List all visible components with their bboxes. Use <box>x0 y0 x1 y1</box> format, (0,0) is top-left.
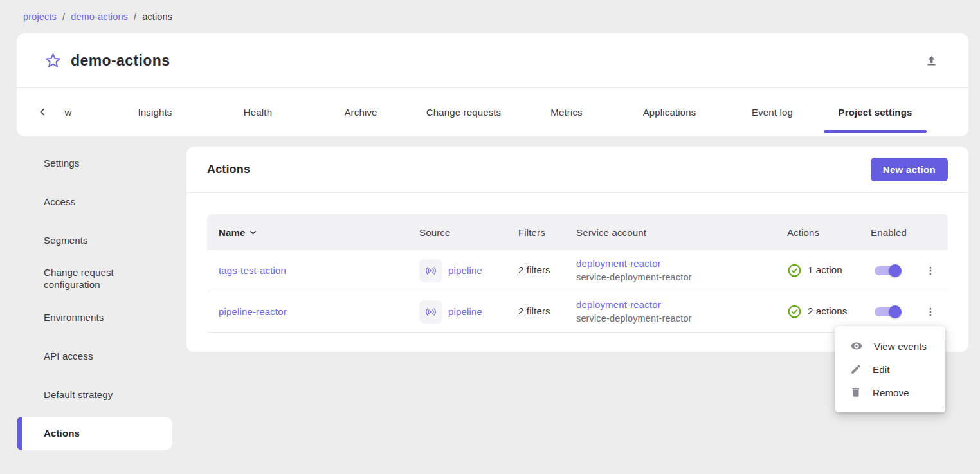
tab-overview-partial[interactable]: w <box>55 88 81 136</box>
star-icon <box>44 52 62 69</box>
menu-item-label: Remove <box>873 387 909 398</box>
tab-label: Applications <box>643 107 696 118</box>
actions-panel-header: Actions New action <box>186 147 968 193</box>
project-header: demo-actions <box>17 33 968 88</box>
tab-event-log[interactable]: Event log <box>721 88 824 136</box>
eye-icon <box>850 340 863 352</box>
sidebar-item-api-access[interactable]: API access <box>17 337 172 376</box>
tab-metrics[interactable]: Metrics <box>515 88 618 136</box>
filters-count[interactable]: 2 filters <box>518 305 550 318</box>
row-menu-button[interactable] <box>919 300 942 324</box>
row-menu-button[interactable] <box>919 259 942 282</box>
actions-count[interactable]: 1 action <box>808 264 842 277</box>
column-label: Name <box>219 227 245 238</box>
column-header-actions: Actions <box>782 227 862 238</box>
tab-label: Metrics <box>550 107 582 118</box>
tab-archive[interactable]: Archive <box>309 88 412 136</box>
page-title: demo-actions <box>71 52 170 69</box>
service-account-link[interactable]: deployment-reactor <box>576 258 782 270</box>
sidebar-item-environments[interactable]: Environments <box>17 298 172 337</box>
panel-title: Actions <box>207 163 250 176</box>
breadcrumb-demo-actions[interactable]: demo-actions <box>71 12 128 22</box>
sidebar-item-change-request-configuration[interactable]: Change request configuration <box>17 260 172 298</box>
active-item-bar <box>17 417 22 450</box>
breadcrumb: projects / demo-actions / actions <box>23 12 172 22</box>
source-link[interactable]: pipeline <box>448 265 482 276</box>
tab-insights[interactable]: Insights <box>104 88 206 136</box>
sidebar-item-label: Actions <box>44 428 80 440</box>
menu-item-view-events[interactable]: View events <box>835 334 945 358</box>
project-header-card: demo-actions w Insights Health Archive C… <box>17 33 968 136</box>
breadcrumb-projects[interactable]: projects <box>23 12 57 22</box>
table-row: tags-test-action pipeline 2 filters depl… <box>207 250 948 291</box>
tab-project-settings[interactable]: Project settings <box>824 88 927 136</box>
tab-label: Change requests <box>426 107 502 118</box>
check-circle-icon <box>787 304 802 319</box>
export-button[interactable] <box>921 50 941 71</box>
action-name-link[interactable]: tags-test-action <box>219 265 286 276</box>
toggle-thumb <box>889 305 902 318</box>
signal-icon <box>419 259 442 282</box>
kebab-icon <box>925 265 936 277</box>
tab-label: Insights <box>138 107 172 118</box>
column-header-service-account: Service account <box>576 227 782 238</box>
breadcrumb-actions: actions <box>142 12 172 22</box>
tab-applications[interactable]: Applications <box>618 88 721 136</box>
settings-sidebar: Settings Access Segments Change request … <box>17 144 172 453</box>
actions-table: Name Source Filters Service account Acti… <box>207 214 948 333</box>
column-header-enabled: Enabled <box>862 227 913 238</box>
active-tab-indicator <box>824 130 927 133</box>
column-header-filters: Filters <box>518 227 576 238</box>
breadcrumb-separator: / <box>134 12 136 22</box>
menu-item-label: View events <box>874 341 927 352</box>
sidebar-item-access[interactable]: Access <box>17 183 172 221</box>
breadcrumb-separator: / <box>62 12 65 22</box>
enabled-toggle[interactable] <box>873 304 903 320</box>
new-action-button[interactable]: New action <box>871 158 948 181</box>
kebab-icon <box>925 306 936 318</box>
sidebar-item-settings[interactable]: Settings <box>17 144 172 183</box>
sidebar-item-segments[interactable]: Segments <box>17 221 172 260</box>
tab-label: Event log <box>752 107 793 118</box>
enabled-toggle[interactable] <box>873 263 903 278</box>
tab-label: Health <box>244 107 272 118</box>
table-header-row: Name Source Filters Service account Acti… <box>207 214 948 250</box>
service-account-id: service-deployment-reactor <box>576 313 782 324</box>
pencil-icon <box>850 363 862 375</box>
chevron-down-icon <box>249 228 257 237</box>
menu-item-edit[interactable]: Edit <box>835 358 945 381</box>
tab-label: Project settings <box>839 107 912 118</box>
sidebar-item-actions[interactable]: Actions <box>17 417 172 450</box>
row-context-menu: View events Edit Remove <box>835 326 945 412</box>
actions-panel: Actions New action Name Source Filters S… <box>186 147 968 352</box>
menu-item-label: Edit <box>873 364 889 375</box>
project-tab-bar: w Insights Health Archive Change request… <box>17 88 968 136</box>
filters-count[interactable]: 2 filters <box>518 264 550 277</box>
service-account-link[interactable]: deployment-reactor <box>576 299 782 311</box>
column-header-name[interactable]: Name <box>207 227 419 238</box>
action-name-link[interactable]: pipeline-reactor <box>219 306 287 317</box>
menu-item-remove[interactable]: Remove <box>835 381 945 404</box>
check-circle-icon <box>787 263 802 278</box>
upload-icon <box>925 54 938 68</box>
column-header-source: Source <box>419 227 518 238</box>
tabs-scroll-left-button[interactable] <box>30 88 55 136</box>
toggle-thumb <box>889 264 902 277</box>
trash-icon <box>850 387 862 398</box>
source-link[interactable]: pipeline <box>448 306 482 317</box>
service-account-id: service-deployment-reactor <box>576 271 782 283</box>
signal-icon <box>419 300 442 324</box>
actions-count[interactable]: 2 actions <box>808 305 847 318</box>
chevron-left-icon <box>37 107 48 117</box>
tab-change-requests[interactable]: Change requests <box>412 88 515 136</box>
tab-health[interactable]: Health <box>206 88 309 136</box>
favorite-star-button[interactable] <box>44 51 62 69</box>
sidebar-item-default-strategy[interactable]: Default strategy <box>17 376 172 414</box>
tab-label: Archive <box>344 107 377 118</box>
